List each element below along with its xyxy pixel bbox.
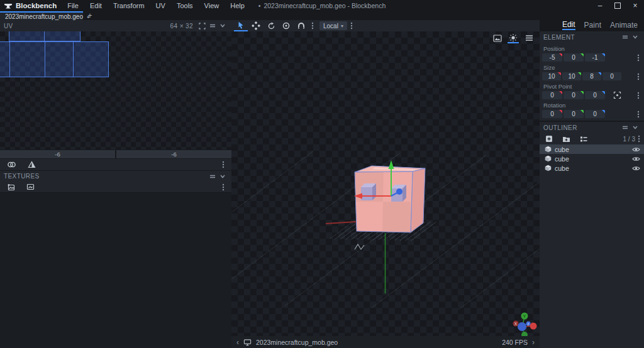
textures-toolbar: [0, 182, 231, 192]
uv-resolution[interactable]: 64 × 32: [170, 23, 193, 30]
menu-edit[interactable]: Edit: [84, 2, 108, 9]
resize-tool-button[interactable]: [249, 20, 263, 31]
pivot-tool-button[interactable]: [279, 20, 293, 31]
axis-ball-front[interactable]: [518, 322, 526, 331]
menu-help[interactable]: Help: [225, 2, 250, 9]
maximize-button[interactable]: [609, 0, 626, 11]
status-back-chevron[interactable]: ‹: [236, 338, 239, 347]
vertex-snap-tool-button[interactable]: [294, 20, 308, 31]
blockbench-window: Blockbench File Edit Transform UV Tools …: [0, 0, 644, 348]
rotate-tool-button[interactable]: [264, 20, 278, 31]
outliner-item-cube-1[interactable]: cube: [540, 144, 644, 154]
view-axis-gizmo[interactable]: X Y Z: [494, 305, 538, 336]
toggle-hierarchy-button[interactable]: [578, 136, 589, 143]
axis-ball-neg-y[interactable]: [521, 332, 528, 336]
uv-editor-canvas[interactable]: [0, 31, 231, 150]
add-group-button[interactable]: [560, 136, 572, 143]
mode-tabs: Edit Paint Animate: [540, 20, 644, 30]
tab-paint[interactable]: Paint: [584, 20, 601, 30]
cube-icon: [545, 155, 552, 162]
project-tab[interactable]: 2023minecraftcup_mob.geo ●: [0, 11, 83, 20]
visibility-toggle-icon[interactable]: [632, 165, 640, 171]
new-tab-button[interactable]: +: [83, 11, 97, 20]
element-collapse-icon[interactable]: [630, 31, 640, 43]
uv-face-rect[interactable]: [45, 41, 74, 77]
uv-fullscreen-icon[interactable]: [197, 20, 208, 31]
rotation-y-input[interactable]: 0: [564, 110, 584, 118]
uv-face-rect[interactable]: [9, 31, 45, 41]
toolbar-menu-icon[interactable]: [309, 20, 316, 31]
import-texture-icon[interactable]: [25, 182, 36, 192]
uv-slider-u[interactable]: -6: [0, 150, 115, 158]
axis-ball-neg-x[interactable]: [530, 323, 537, 330]
uv-face-rect[interactable]: [0, 41, 10, 77]
status-forward-chevron[interactable]: ›: [532, 338, 535, 347]
outliner-collapse-icon[interactable]: [630, 122, 640, 133]
menu-icon: [525, 35, 533, 41]
uv-face-rect[interactable]: [73, 41, 109, 77]
viewport-menu-button[interactable]: [523, 33, 535, 43]
inflate-input[interactable]: 0: [602, 72, 621, 80]
minimize-button[interactable]: –: [591, 0, 609, 11]
outliner-toolbar-menu-icon[interactable]: [638, 135, 640, 143]
element-menu-icon[interactable]: [620, 31, 630, 43]
center-pivot-icon[interactable]: [611, 91, 623, 99]
size-label: Size: [540, 62, 644, 72]
uv-panel-menu-icon[interactable]: [208, 20, 218, 31]
background-toggle-button[interactable]: [492, 33, 503, 43]
uv-panel-collapse-icon[interactable]: [218, 20, 228, 31]
pivot-y-input[interactable]: 0: [564, 91, 584, 99]
visibility-toggle-icon[interactable]: [632, 146, 640, 153]
viewport-3d[interactable]: X Y Z: [231, 31, 540, 336]
element-section: ELEMENT Position -5 0 -1: [540, 31, 644, 121]
model-eye-left[interactable]: [361, 183, 376, 200]
cube-icon: [545, 165, 552, 171]
textures-toolbar-menu-icon[interactable]: [220, 182, 226, 192]
uv-mirror-icon[interactable]: [26, 159, 38, 170]
textures-panel-menu-icon[interactable]: [208, 171, 218, 182]
rotation-x-input[interactable]: 0: [542, 110, 562, 118]
pivot-z-input[interactable]: 0: [585, 91, 605, 99]
add-cube-button[interactable]: [543, 135, 555, 143]
size-x-input[interactable]: 10: [542, 72, 561, 80]
outliner-item-cube-3[interactable]: cube: [540, 163, 644, 173]
uv-toolbar-menu-icon[interactable]: [220, 159, 226, 170]
add-texture-icon[interactable]: [5, 182, 17, 192]
menu-file[interactable]: File: [62, 2, 84, 9]
uv-slider-v[interactable]: -6: [116, 150, 231, 158]
shading-toggle-button[interactable]: [508, 33, 519, 43]
uv-link-icon[interactable]: [5, 159, 18, 170]
tab-edit[interactable]: Edit: [562, 20, 575, 30]
project-tab-label: 2023minecraftcup_mob.geo: [5, 13, 83, 20]
move-tool-button[interactable]: [234, 20, 248, 31]
textures-panel-collapse-icon[interactable]: [218, 171, 228, 182]
rotation-menu-icon[interactable]: [635, 111, 641, 118]
uv-toolbar: [0, 159, 231, 170]
size-menu-icon[interactable]: [635, 73, 641, 80]
position-z-input[interactable]: -1: [585, 53, 605, 62]
position-x-input[interactable]: -5: [542, 53, 562, 62]
toolbar-menu-icon-2[interactable]: [348, 20, 355, 31]
outliner-menu-icon[interactable]: [620, 122, 630, 133]
size-y-input[interactable]: 10: [562, 72, 581, 80]
pivot-menu-icon[interactable]: [635, 92, 641, 99]
uv-face-rect[interactable]: [9, 41, 45, 77]
visibility-toggle-icon[interactable]: [632, 156, 640, 162]
menu-uv[interactable]: UV: [150, 2, 171, 9]
transform-space-dropdown[interactable]: Local ▾: [319, 21, 347, 30]
menu-view[interactable]: View: [199, 2, 225, 9]
menu-tools[interactable]: Tools: [171, 2, 199, 9]
tab-animate[interactable]: Animate: [610, 20, 638, 30]
transform-space-value: Local: [323, 23, 338, 30]
uv-sliders: -6 -6: [0, 150, 231, 159]
pivot-x-input[interactable]: 0: [542, 91, 562, 99]
rotation-z-input[interactable]: 0: [585, 110, 605, 118]
close-button[interactable]: ×: [626, 0, 644, 11]
uv-face-rect[interactable]: [44, 31, 80, 41]
position-y-input[interactable]: 0: [564, 53, 584, 62]
position-menu-icon[interactable]: [635, 54, 641, 62]
outliner-item-cube-2[interactable]: cube: [540, 154, 644, 163]
background-image-icon: [493, 35, 502, 42]
size-z-input[interactable]: 8: [582, 72, 601, 80]
menu-transform[interactable]: Transform: [108, 2, 150, 9]
